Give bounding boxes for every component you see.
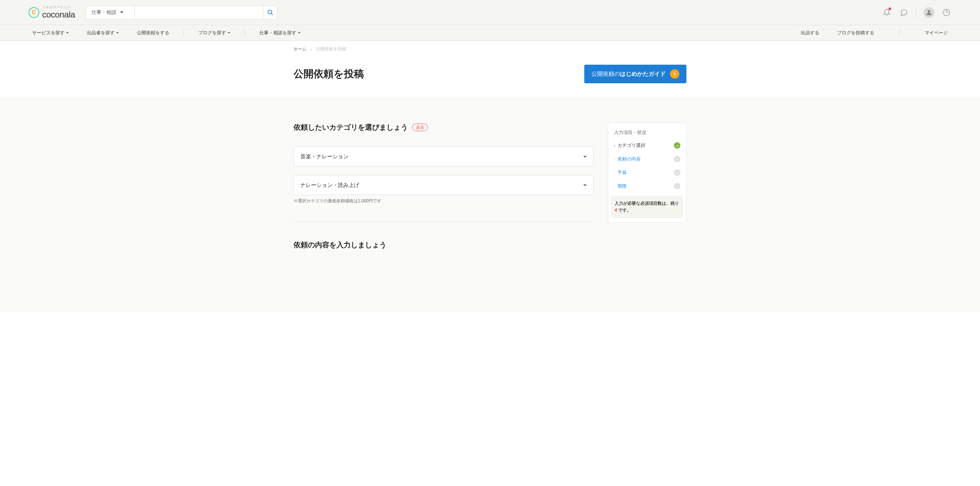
page-title: 公開依頼を投稿 [294,67,364,81]
divider [899,30,900,36]
status-item-label: 期限 [617,183,627,190]
logo[interactable]: スキルマーケット coconala [29,5,75,20]
divider [916,7,916,18]
nav-mypage[interactable]: マイページ [921,30,951,36]
chevron-left-icon: ‹ [614,157,616,161]
breadcrumb-current: 公開依頼を投稿 [316,46,346,52]
status-item-category[interactable]: ‹ カテゴリ選択 [608,139,686,152]
category-price-note: ※選択カテゴリの最低依頼価格は1,000円です [294,198,593,204]
chevron-down-icon [298,32,301,33]
guide-text: 公開依頼のはじめかたガイド [592,70,666,78]
nav-bar: サービスを探す 出品者を探す 公開依頼をする ブログを探す 仕事・相談を探す 出… [0,25,980,41]
breadcrumb-separator: > [310,47,312,52]
chevron-down-icon [583,185,587,186]
logo-tagline: スキルマーケット [42,5,75,10]
chevron-down-icon [228,32,231,33]
search-input[interactable] [135,5,263,20]
status-item-content[interactable]: ‹ 依頼の内容 [608,152,686,166]
notification-button[interactable] [882,8,892,18]
status-card-title: 入力項目・状況 [608,129,686,139]
search-category-select[interactable]: 仕事・相談 [86,5,135,20]
status-item-label: 依頼の内容 [617,156,641,162]
check-icon [674,142,680,149]
chevron-down-icon [66,32,69,33]
chat-icon [900,9,908,16]
check-icon [674,156,680,162]
divider [245,30,245,36]
status-item-deadline[interactable]: ‹ 期限 [608,179,686,193]
header-right [882,7,951,18]
status-card: 入力項目・状況 ‹ カテゴリ選択 ‹ 依頼の内容 [608,123,686,223]
chevron-left-icon: ‹ [614,184,616,188]
help-icon [942,9,950,16]
category-select-sub[interactable]: ナレーション・読み上げ [294,175,593,195]
search-form: 仕事・相談 [86,5,277,20]
section-heading-category: 依頼したいカテゴリを選びましょう 必須 [294,123,593,132]
chevron-down-icon [120,11,124,13]
nav-seller[interactable]: 出品者を探す [83,25,123,40]
remaining-count: 4 [615,208,617,213]
nav-sell[interactable]: 出品する [797,30,823,36]
user-icon [925,9,932,16]
logo-icon [29,7,39,18]
side-column: 入力項目・状況 ‹ カテゴリ選択 ‹ 依頼の内容 [608,123,686,250]
chevron-left-icon: ‹ [614,170,616,175]
category-select-main[interactable]: 音楽・ナレーション [294,147,593,167]
search-category-label: 仕事・相談 [91,9,116,16]
arrow-right-icon [670,69,679,79]
chevron-down-icon [116,32,119,33]
status-item-budget[interactable]: ‹ 予算 [608,166,686,179]
status-footer: 入力が必要な必須項目数は、残り 4 です。 [611,196,683,218]
category-select-main-value: 音楽・ナレーション [301,153,348,160]
svg-point-2 [928,10,931,13]
bell-icon [883,9,891,16]
breadcrumb-home[interactable]: ホーム [294,46,306,52]
search-button[interactable] [263,5,277,20]
divider [294,222,593,222]
section-heading-content: 依頼の内容を入力しましょう [294,240,593,250]
message-button[interactable] [899,8,909,18]
logo-text: coconala [42,10,75,20]
svg-point-3 [943,9,950,15]
nav-job[interactable]: 仕事・相談を探す [256,25,304,40]
content-area: 依頼したいカテゴリを選びましょう 必須 音楽・ナレーション ナレーション・読み上… [0,97,980,312]
search-icon [267,9,274,16]
nav-request[interactable]: 公開依頼をする [133,25,173,40]
status-item-label: 予算 [617,169,627,176]
chevron-left-icon: ‹ [614,143,616,148]
main-column: 依頼したいカテゴリを選びましょう 必須 音楽・ナレーション ナレーション・読み上… [294,123,593,250]
category-select-sub-value: ナレーション・読み上げ [301,182,359,189]
check-icon [674,183,680,190]
svg-line-1 [271,13,273,15]
header-top: スキルマーケット coconala 仕事・相談 [0,0,980,25]
nav-service[interactable]: サービスを探す [29,25,73,40]
check-icon [674,169,680,176]
help-button[interactable] [942,8,951,18]
breadcrumb: ホーム > 公開依頼を投稿 [294,41,686,57]
title-row: 公開依頼を投稿 公開依頼のはじめかたガイド [294,57,686,97]
status-item-label: カテゴリ選択 [617,142,645,149]
avatar-button[interactable] [924,7,934,18]
required-badge: 必須 [412,124,428,131]
svg-point-0 [268,10,272,14]
guide-button[interactable]: 公開依頼のはじめかたガイド [584,65,686,83]
nav-blog[interactable]: ブログを探す [195,25,234,40]
nav-post-blog[interactable]: ブログを投稿する [834,30,878,36]
chevron-down-icon [583,156,587,158]
